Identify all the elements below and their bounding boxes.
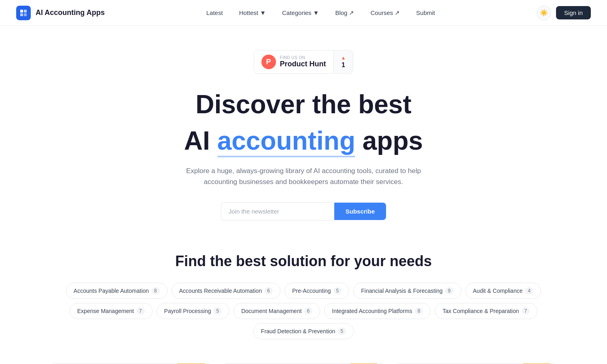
- ph-vote: ▲ 1: [333, 51, 353, 73]
- product-hunt-badge[interactable]: P FIND US ON Product Hunt ▲ 1: [254, 50, 354, 74]
- upvote-icon: ▲: [341, 55, 346, 61]
- category-label: Audit & Compliance: [473, 288, 523, 294]
- header: AI Accounting Apps Latest Hottest ▼ Cate…: [0, 0, 607, 26]
- category-chip-financial-analysis[interactable]: Financial Analysis & Forecasting 9: [353, 283, 461, 299]
- main-nav: Latest Hottest ▼ Categories ▼ Blog ↗ Cou…: [200, 6, 441, 20]
- category-count: 9: [445, 287, 454, 294]
- ph-left: P FIND US ON Product Hunt: [254, 51, 333, 73]
- logo-icon: [16, 6, 31, 20]
- category-count: 5: [333, 287, 342, 294]
- logo-text: AI Accounting Apps: [36, 8, 105, 17]
- categories-section: Find the best solution for your needs Ac…: [0, 237, 607, 356]
- nav-blog[interactable]: Blog ↗: [329, 6, 361, 20]
- newsletter-input[interactable]: [221, 202, 334, 220]
- external-link-icon: ↗: [395, 9, 400, 17]
- hero-ai-prefix: AI: [184, 126, 217, 155]
- theme-toggle-button[interactable]: ☀️: [537, 6, 551, 20]
- ph-find-us-label: FIND US ON: [280, 55, 306, 60]
- category-count: 5: [213, 307, 222, 315]
- header-right: ☀️ Sign in: [537, 6, 591, 20]
- ph-name-label: Product Hunt: [280, 60, 326, 68]
- categories-grid: Accounts Payable Automation 8 Accounts R…: [49, 283, 558, 339]
- category-chip-payroll-processing[interactable]: Payroll Processing 5: [157, 303, 230, 319]
- hero-title-line1: Discover the best: [195, 90, 412, 120]
- category-label: Integrated Accounting Platforms: [332, 308, 412, 314]
- category-label: Expense Management: [77, 308, 134, 314]
- product-hunt-icon: P: [261, 55, 276, 69]
- category-label: Tax Compliance & Preparation: [442, 308, 519, 314]
- logo-area: AI Accounting Apps: [16, 6, 105, 20]
- chevron-down-icon: ▼: [260, 9, 266, 16]
- external-link-icon: ↗: [349, 9, 354, 17]
- hero-section: P FIND US ON Product Hunt ▲ 1 Discover t…: [0, 26, 607, 237]
- chevron-down-icon: ▼: [313, 9, 319, 16]
- category-label: Accounts Receivable Automation: [179, 288, 262, 294]
- category-count: 8: [151, 287, 160, 294]
- svg-rect-2: [20, 13, 23, 16]
- category-label: Financial Analysis & Forecasting: [361, 288, 443, 294]
- section-title: Find the best solution for your needs: [49, 253, 558, 270]
- hero-accent-word: accounting: [217, 126, 355, 156]
- nav-hottest[interactable]: Hottest ▼: [233, 6, 272, 19]
- category-chip-expense-management[interactable]: Expense Management 7: [70, 303, 153, 319]
- featured-section: Featured Featured Featured: [0, 356, 607, 364]
- category-chip-accounts-receivable[interactable]: Accounts Receivable Automation 6: [172, 283, 280, 299]
- subscribe-button[interactable]: Subscribe: [334, 203, 386, 220]
- nav-latest[interactable]: Latest: [200, 6, 229, 19]
- category-chip-tax-compliance[interactable]: Tax Compliance & Preparation 7: [435, 303, 537, 319]
- ph-text: FIND US ON Product Hunt: [280, 55, 326, 68]
- category-chip-document-management[interactable]: Document Management 6: [233, 303, 320, 319]
- svg-rect-0: [20, 10, 23, 13]
- category-count: 6: [264, 287, 273, 294]
- category-count: 6: [304, 307, 313, 315]
- hero-title-line2: AI accounting apps: [184, 126, 423, 156]
- category-chip-audit-compliance[interactable]: Audit & Compliance 4: [465, 283, 541, 299]
- category-count: 4: [525, 287, 533, 294]
- category-label: Accounts Payable Automation: [74, 288, 149, 294]
- sign-in-button[interactable]: Sign in: [556, 6, 591, 19]
- ph-count: 1: [342, 61, 345, 69]
- svg-rect-1: [24, 10, 27, 13]
- category-count: 7: [136, 307, 145, 315]
- category-count: 7: [522, 307, 530, 315]
- category-count: 8: [415, 307, 423, 315]
- hero-description: Explore a huge, always-growing library o…: [186, 165, 421, 187]
- newsletter-form: Subscribe: [221, 202, 386, 220]
- category-label: Fraud Detection & Prevention: [261, 328, 335, 334]
- category-chip-integrated-platforms[interactable]: Integrated Accounting Platforms 8: [324, 303, 431, 319]
- category-chip-accounts-payable[interactable]: Accounts Payable Automation 8: [66, 283, 168, 299]
- nav-submit[interactable]: Submit: [410, 6, 441, 19]
- nav-courses[interactable]: Courses ↗: [364, 6, 406, 20]
- category-label: Document Management: [241, 308, 301, 314]
- hero-apps-suffix: apps: [355, 126, 423, 155]
- category-count: 5: [337, 328, 346, 335]
- nav-categories[interactable]: Categories ▼: [276, 6, 325, 19]
- category-chip-fraud-detection[interactable]: Fraud Detection & Prevention 5: [253, 323, 354, 339]
- svg-rect-3: [24, 13, 27, 16]
- category-chip-pre-accounting[interactable]: Pre-Accounting 5: [284, 283, 349, 299]
- category-label: Payroll Processing: [164, 308, 211, 314]
- category-label: Pre-Accounting: [292, 288, 331, 294]
